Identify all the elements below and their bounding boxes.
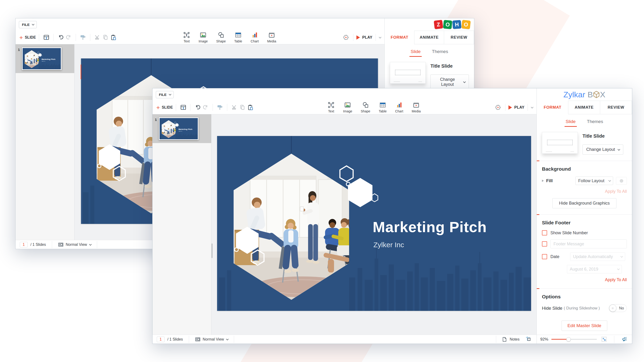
paste-button[interactable] bbox=[246, 104, 254, 112]
slide-editor[interactable] bbox=[217, 136, 531, 311]
menubar: FILE bbox=[152, 88, 536, 101]
footer-apply-to-all-link[interactable]: Apply To All bbox=[542, 278, 627, 282]
insert-media-button[interactable]: Media bbox=[412, 102, 421, 113]
guides-icon bbox=[526, 336, 531, 342]
tab-format[interactable]: FORMAT bbox=[385, 31, 414, 44]
zoom-slider[interactable] bbox=[551, 339, 597, 340]
layout-name: Title Slide bbox=[582, 134, 623, 139]
chevron-down-icon bbox=[608, 179, 611, 182]
play-button[interactable]: PLAY bbox=[356, 34, 381, 41]
redo-icon bbox=[66, 34, 72, 40]
insert-image-button[interactable]: Image bbox=[343, 102, 352, 113]
fit-to-screen-button[interactable] bbox=[600, 335, 608, 344]
layout-preview[interactable] bbox=[390, 62, 426, 84]
redo-button[interactable] bbox=[64, 34, 72, 42]
scissors-icon bbox=[231, 104, 238, 110]
date-checkbox[interactable] bbox=[542, 254, 547, 259]
slide-thumbnail-item[interactable]: 1 bbox=[152, 114, 211, 143]
slide-thumbnail[interactable] bbox=[159, 117, 198, 140]
image-icon bbox=[344, 102, 351, 108]
file-menu-button[interactable]: FILE bbox=[156, 91, 174, 98]
insert-text-button[interactable]: Text bbox=[183, 32, 190, 43]
show-slide-number-checkbox[interactable] bbox=[542, 230, 547, 236]
table-icon bbox=[379, 102, 386, 108]
change-layout-icon-button[interactable] bbox=[179, 104, 187, 112]
tab-animate[interactable]: ANIMATE bbox=[568, 101, 600, 114]
insert-shape-button[interactable]: Shape bbox=[216, 32, 226, 43]
footer-message-input[interactable] bbox=[550, 240, 627, 248]
play-label: PLAY bbox=[362, 35, 372, 40]
edit-master-slide-button[interactable]: Edit Master Slide bbox=[562, 320, 607, 331]
tab-review[interactable]: REVIEW bbox=[444, 31, 474, 44]
editor-canvas[interactable] bbox=[212, 114, 536, 335]
insert-media-button[interactable]: Media bbox=[267, 32, 276, 43]
layout-preview[interactable] bbox=[542, 132, 578, 154]
slideshow-settings-button[interactable] bbox=[494, 104, 502, 112]
undo-icon bbox=[58, 34, 64, 40]
insert-chart-button[interactable]: Chart bbox=[250, 32, 258, 43]
undo-button[interactable] bbox=[56, 34, 64, 42]
slide-thumbnail-item[interactable]: 1 bbox=[16, 44, 74, 73]
play-button[interactable]: PLAY bbox=[508, 104, 533, 111]
file-menu-button[interactable]: FILE bbox=[19, 21, 37, 28]
footer-message-checkbox[interactable] bbox=[542, 241, 547, 246]
cut-button[interactable] bbox=[230, 104, 238, 112]
date-mode-select[interactable]: Update Automatically bbox=[570, 252, 625, 261]
fill-color-picker[interactable]: ˯ bbox=[616, 177, 627, 185]
tab-review[interactable]: REVIEW bbox=[600, 101, 632, 114]
format-painter-button[interactable] bbox=[79, 34, 87, 42]
scrollbar[interactable] bbox=[212, 244, 212, 258]
add-slide-button[interactable]: + SLIDE bbox=[156, 105, 173, 110]
current-slide-box[interactable]: 1 bbox=[20, 242, 28, 248]
fill-mode-select[interactable]: Follow Layout bbox=[576, 176, 613, 185]
add-slide-button[interactable]: + SLIDE bbox=[19, 35, 36, 40]
change-layout-button[interactable]: Change Layout bbox=[582, 144, 623, 154]
slide-thumbnail[interactable] bbox=[22, 47, 62, 70]
cut-button[interactable] bbox=[93, 34, 101, 42]
subtab-themes[interactable]: Themes bbox=[586, 119, 604, 127]
background-apply-to-all-link[interactable]: Apply To All bbox=[542, 189, 627, 194]
guides-button[interactable] bbox=[526, 336, 531, 343]
chevron-down-icon bbox=[620, 255, 623, 258]
copy-button[interactable] bbox=[238, 104, 246, 112]
slideshow-settings-button[interactable] bbox=[342, 34, 350, 42]
hide-slide-toggle[interactable]: II No bbox=[609, 304, 627, 312]
toggle-knob[interactable]: II bbox=[609, 304, 616, 312]
insert-chart-button[interactable]: Chart bbox=[395, 102, 403, 113]
zoho-logo: Z O H O bbox=[434, 20, 470, 29]
tab-animate[interactable]: ANIMATE bbox=[414, 31, 444, 44]
desktop: FILE + SLIDE bbox=[0, 0, 644, 362]
hide-background-graphics-button[interactable]: Hide Background Graphics bbox=[552, 198, 616, 208]
slide-count-label: / 1 Slides bbox=[30, 242, 46, 247]
subtab-slide[interactable]: Slide bbox=[410, 49, 422, 57]
slide-art bbox=[217, 136, 531, 311]
copy-button[interactable] bbox=[101, 34, 110, 42]
announcements-button[interactable] bbox=[620, 335, 628, 344]
insert-table-button[interactable]: Table bbox=[379, 102, 386, 113]
change-layout-icon-button[interactable] bbox=[42, 34, 50, 42]
slide-thumbnail-number: 1 bbox=[155, 117, 157, 140]
subtab-slide[interactable]: Slide bbox=[564, 119, 577, 127]
slide-count-label: / 1 Slides bbox=[167, 337, 183, 342]
insert-table-button[interactable]: Table bbox=[234, 32, 242, 43]
view-mode-selector[interactable]: Normal View bbox=[58, 242, 91, 248]
change-layout-button[interactable]: Change Layout bbox=[430, 74, 469, 90]
zoom-slider-knob[interactable] bbox=[566, 337, 571, 342]
insert-shape-button[interactable]: Shape bbox=[361, 102, 370, 113]
date-value-select[interactable]: August 6, 2019 bbox=[567, 265, 622, 274]
tab-format[interactable]: FORMAT bbox=[537, 101, 568, 114]
expand-caret-icon[interactable] bbox=[542, 180, 544, 182]
paste-button[interactable] bbox=[110, 34, 118, 42]
insert-image-button[interactable]: Image bbox=[198, 32, 208, 43]
add-slide-label: SLIDE bbox=[25, 35, 36, 40]
chart-icon bbox=[251, 32, 258, 38]
notes-button[interactable]: Notes bbox=[493, 336, 520, 343]
insert-text-button[interactable]: Text bbox=[328, 102, 334, 113]
view-mode-selector[interactable]: Normal View bbox=[195, 336, 228, 342]
current-slide-box[interactable]: 1 bbox=[157, 336, 164, 342]
undo-button[interactable] bbox=[194, 104, 202, 112]
subtab-themes[interactable]: Themes bbox=[431, 49, 449, 57]
format-painter-button[interactable] bbox=[216, 104, 224, 112]
chevron-down-icon bbox=[168, 93, 171, 96]
redo-button[interactable] bbox=[202, 104, 210, 112]
